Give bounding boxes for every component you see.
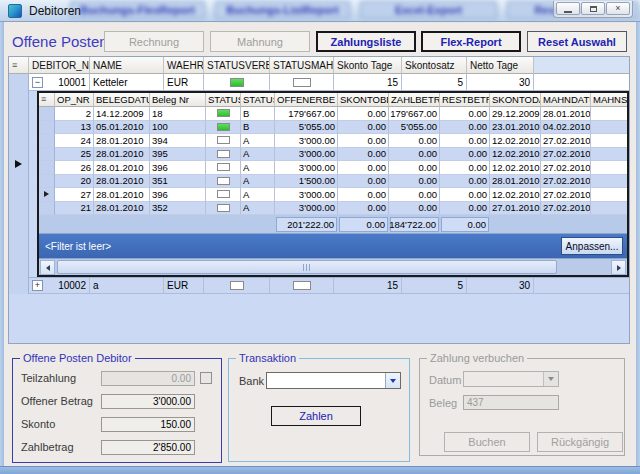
column-header[interactable]: MAHNSTU: [591, 93, 629, 107]
status-checkbox[interactable]: [217, 204, 230, 212]
column-header[interactable]: WAEHRU: [164, 57, 204, 74]
cell-status_checked[interactable]: [206, 134, 241, 148]
cell-mahnstufe[interactable]: [591, 148, 629, 162]
cell-mahndatum[interactable]: 28.01.2010: [541, 107, 591, 121]
column-header[interactable]: RESTBETRA: [440, 93, 490, 107]
column-header[interactable]: STATUS: [206, 93, 241, 107]
cell-status[interactable]: A: [241, 161, 275, 175]
column-header[interactable]: STATUSVERBUCH: [204, 57, 270, 74]
cell-mahndatum[interactable]: 27.02.2010: [541, 134, 591, 148]
cell-offenerbetrag[interactable]: 179'667.00: [275, 107, 338, 121]
cell-belegdatum[interactable]: 28.01.2010: [94, 161, 150, 175]
skontosatz-cell[interactable]: 5: [402, 74, 467, 91]
cell-skontodatum[interactable]: 27.01.2010: [490, 202, 541, 216]
cell-zahlbetrag[interactable]: 179'667.00: [389, 107, 440, 121]
cell-mahndatum[interactable]: 27.02.2010: [541, 148, 591, 162]
flex-report-button[interactable]: Flex-Report: [421, 31, 521, 52]
cell-belegdatum[interactable]: 28.01.2010: [94, 134, 150, 148]
table-row[interactable]: 2528.01.2010395A3'000.000.000.000.0012.0…: [39, 148, 627, 162]
scrollbar-thumb[interactable]: [57, 260, 557, 274]
column-header[interactable]: STATUSMAHNEN: [270, 57, 334, 74]
collapse-box[interactable]: −: [32, 77, 43, 88]
cell-zahlbetrag[interactable]: 0.00: [389, 188, 440, 202]
grid-menu-header-cell[interactable]: ≡: [39, 93, 55, 107]
teilzahlung-field[interactable]: 0.00: [101, 371, 195, 386]
cell-skontobetrag[interactable]: 0.00: [338, 121, 389, 135]
cell-status[interactable]: A: [241, 188, 275, 202]
column-header[interactable]: Netto Tage: [467, 57, 534, 74]
cell-offenerbetrag[interactable]: 1'500.00: [275, 175, 338, 189]
cell-zahlbetrag[interactable]: 0.00: [389, 161, 440, 175]
scroll-left-button[interactable]: [40, 260, 55, 275]
statusmahnen-cell[interactable]: [270, 278, 334, 294]
zahlungsliste-button[interactable]: Zahlungsliste: [316, 31, 416, 52]
cell-skontodatum[interactable]: 12.02.2010: [490, 148, 541, 162]
cell-beleg_nr[interactable]: 395: [150, 148, 206, 162]
cell-op_nr[interactable]: 21: [55, 202, 94, 216]
cell-status[interactable]: B: [241, 121, 275, 135]
cell-skontobetrag[interactable]: 0.00: [338, 175, 389, 189]
reset-auswahl-button[interactable]: Reset Auswahl: [527, 31, 627, 52]
column-header[interactable]: SKONTODAT: [490, 93, 541, 107]
debitor-nr-cell[interactable]: + 10002: [29, 278, 90, 294]
status-checkbox[interactable]: [217, 136, 230, 144]
cell-belegdatum[interactable]: 28.01.2010: [94, 202, 150, 216]
beleg-field[interactable]: 437: [463, 395, 559, 410]
name-cell[interactable]: a: [90, 278, 164, 294]
cell-op_nr[interactable]: 13: [55, 121, 94, 135]
cell-op_nr[interactable]: 26: [55, 161, 94, 175]
table-row[interactable]: 2728.01.2010396A3'000.000.000.000.0012.0…: [39, 188, 627, 202]
cell-status[interactable]: A: [241, 148, 275, 162]
statusverbucht-checkbox[interactable]: [230, 78, 244, 87]
cell-op_nr[interactable]: 20: [55, 175, 94, 189]
mahnung-button[interactable]: Mahnung: [210, 31, 310, 52]
status-checkbox[interactable]: [217, 190, 230, 198]
cell-belegdatum[interactable]: 28.01.2010: [94, 148, 150, 162]
cell-skontobetrag[interactable]: 0.00: [338, 188, 389, 202]
status-checkbox[interactable]: [217, 163, 230, 171]
netto-tage-cell[interactable]: 30: [467, 278, 534, 294]
cell-mahndatum[interactable]: 27.02.2010: [541, 202, 591, 216]
cell-beleg_nr[interactable]: 394: [150, 134, 206, 148]
cell-mahnstufe[interactable]: [591, 121, 629, 135]
teilzahlung-checkbox[interactable]: [200, 372, 212, 384]
statusmahnen-cell[interactable]: [270, 74, 334, 91]
cell-skontobetrag[interactable]: 0.00: [338, 202, 389, 216]
cell-zahlbetrag[interactable]: 0.00: [389, 202, 440, 216]
skonto-tage-cell[interactable]: 15: [334, 278, 402, 294]
offener-betrag-field[interactable]: 3'000.00: [101, 394, 195, 409]
cell-status[interactable]: B: [241, 107, 275, 121]
minimize-button[interactable]: [556, 2, 580, 15]
close-button[interactable]: ×: [606, 2, 630, 15]
cell-skontobetrag[interactable]: 0.00: [338, 148, 389, 162]
cell-belegdatum[interactable]: 28.01.2010: [94, 188, 150, 202]
cell-beleg_nr[interactable]: 100: [150, 121, 206, 135]
cell-skontodatum[interactable]: 12.02.2010: [490, 161, 541, 175]
cell-mahndatum[interactable]: 27.02.2010: [541, 175, 591, 189]
cell-offenerbetrag[interactable]: 3'000.00: [275, 134, 338, 148]
netto-tage-cell[interactable]: 30: [467, 74, 534, 91]
table-row[interactable]: − 10001 Ketteler EUR 15 5 30: [29, 74, 629, 91]
column-header[interactable]: NAME: [90, 57, 164, 74]
cell-mahnstufe[interactable]: [591, 161, 629, 175]
cell-offenerbetrag[interactable]: 3'000.00: [275, 161, 338, 175]
table-row[interactable]: 1305.01.2010100B5'055.000.005'055.000.00…: [39, 121, 627, 135]
column-header[interactable]: Skontosatz: [402, 57, 467, 74]
buchen-button[interactable]: Buchen: [444, 432, 530, 452]
scroll-right-button[interactable]: [611, 260, 626, 275]
zahlbetrag-field[interactable]: 2'850.00: [101, 440, 195, 455]
cell-beleg_nr[interactable]: 396: [150, 161, 206, 175]
cell-belegdatum[interactable]: 14.12.2009: [94, 107, 150, 121]
status-checkbox[interactable]: [217, 123, 230, 131]
cell-restbetrag[interactable]: 0.00: [440, 161, 490, 175]
cell-offenerbetrag[interactable]: 3'000.00: [275, 148, 338, 162]
cell-beleg_nr[interactable]: 352: [150, 202, 206, 216]
waehrung-cell[interactable]: EUR: [164, 74, 204, 91]
maximize-button[interactable]: [581, 2, 605, 15]
cell-mahnstufe[interactable]: [591, 134, 629, 148]
cell-mahnstufe[interactable]: [591, 188, 629, 202]
status-checkbox[interactable]: [217, 109, 230, 117]
cell-skontodatum[interactable]: 12.02.2010: [490, 134, 541, 148]
cell-skontodatum[interactable]: 23.01.2010: [490, 121, 541, 135]
zahlen-button[interactable]: Zahlen: [271, 406, 361, 426]
